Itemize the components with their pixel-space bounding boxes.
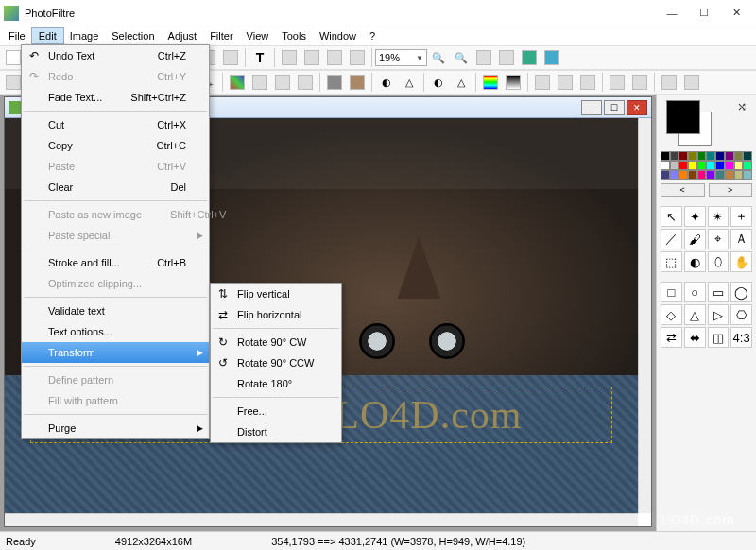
tool-crop-icon[interactable] [301, 47, 322, 68]
palette-color[interactable] [743, 161, 752, 170]
menu-item-clear[interactable]: ClearDel [22, 177, 209, 198]
filter-grid1-icon[interactable] [227, 72, 248, 93]
menu-item-copy[interactable]: CopyCtrl+C [22, 135, 209, 156]
filter-d-icon[interactable] [607, 72, 627, 93]
tool-button[interactable]: ✦ [684, 206, 706, 227]
menu-item-purge[interactable]: Purge▶ [22, 418, 209, 438]
explorer-icon[interactable] [541, 47, 562, 68]
tool-button[interactable]: △ [684, 304, 706, 325]
window-close-button[interactable]: ✕ [720, 3, 752, 24]
tool-button[interactable]: ▷ [708, 304, 730, 325]
tool-button[interactable]: ＋ [730, 206, 752, 227]
filter-c-icon[interactable] [577, 72, 598, 93]
palette-color[interactable] [734, 151, 744, 161]
tool-button[interactable]: ／ [661, 229, 682, 249]
palette-color[interactable] [706, 170, 715, 180]
palette-color[interactable] [697, 161, 707, 170]
doc-maximize-button[interactable]: ☐ [604, 100, 625, 115]
filter-a-icon[interactable] [532, 72, 553, 93]
tool-button[interactable]: ⬚ [661, 251, 682, 272]
menu-item-fade-text-[interactable]: Fade Text...Shift+Ctrl+Z [22, 87, 209, 108]
menu-item-stroke-and-fill-[interactable]: Stroke and fill...Ctrl+B [22, 252, 209, 273]
tool-button[interactable]: 🖌 [684, 229, 706, 249]
tool-button[interactable]: ○ [684, 282, 706, 302]
tool-paste-icon[interactable] [220, 47, 241, 68]
tool-resize-icon[interactable] [279, 47, 300, 68]
menu-item-flip-horizontal[interactable]: ⇄Flip horizontal [211, 304, 341, 325]
palette-color[interactable] [697, 151, 707, 161]
tool-button[interactable]: ⬌ [684, 327, 706, 348]
palette-color[interactable] [661, 161, 670, 170]
vertical-scrollbar[interactable] [638, 118, 651, 513]
filter-blur2-icon[interactable]: ◐ [428, 72, 449, 93]
zoom-fit-icon[interactable] [473, 47, 494, 68]
palette-color[interactable] [734, 170, 744, 180]
filter-color-icon[interactable] [480, 72, 501, 93]
palette-color[interactable] [679, 151, 688, 161]
filter-gray-icon[interactable] [324, 72, 345, 93]
filter-e-icon[interactable] [629, 72, 650, 93]
palette-color[interactable] [706, 161, 715, 170]
palette-color[interactable] [688, 170, 697, 180]
tool-automate-icon[interactable] [324, 47, 345, 68]
palette-next-button[interactable]: > [709, 183, 753, 197]
filter-sharp-icon[interactable]: △ [399, 72, 420, 93]
horizontal-scrollbar[interactable] [5, 513, 638, 526]
palette-color[interactable] [670, 170, 679, 180]
palette-color[interactable] [661, 151, 670, 161]
tool-button[interactable]: ✋ [730, 251, 752, 272]
palette-color[interactable] [734, 161, 744, 170]
tool-button[interactable]: ◯ [730, 282, 752, 302]
filter-g-icon[interactable] [681, 72, 702, 93]
tool-text-icon[interactable]: T [249, 47, 270, 68]
menu-adjust[interactable]: Adjust [162, 28, 204, 43]
palette-color[interactable] [688, 151, 697, 161]
menu-filter[interactable]: Filter [203, 28, 239, 43]
tool-button[interactable]: ◐ [684, 251, 706, 272]
palette-color[interactable] [715, 151, 725, 161]
color-swatch[interactable]: ⤭ [661, 98, 752, 146]
tool-button[interactable]: ⎔ [730, 304, 752, 325]
menu-tools[interactable]: Tools [275, 28, 313, 43]
tool-button[interactable]: ◇ [661, 304, 682, 325]
palette-color[interactable] [679, 161, 688, 170]
palette-color[interactable] [715, 170, 725, 180]
zoom-actual-icon[interactable] [496, 47, 517, 68]
zoom-combo[interactable]: 19%▼ [375, 49, 427, 66]
palette-color[interactable] [743, 151, 752, 161]
filter-grid2-icon[interactable] [249, 72, 270, 93]
filter-b-icon[interactable] [555, 72, 576, 93]
palette-color[interactable] [706, 151, 715, 161]
menu-item-distort[interactable]: Distort [211, 421, 341, 442]
filter-blur-icon[interactable]: ◐ [376, 72, 397, 93]
filter-f-icon[interactable] [659, 72, 679, 93]
filter-gradient-icon[interactable] [503, 72, 524, 93]
window-maximize-button[interactable]: ☐ [688, 3, 720, 24]
palette-color[interactable] [670, 161, 679, 170]
palette-color[interactable] [679, 170, 688, 180]
tool-button[interactable]: ▭ [708, 282, 730, 302]
menu-file[interactable]: File [2, 28, 32, 43]
doc-close-button[interactable]: ✕ [627, 100, 647, 115]
tool-button[interactable]: ↖ [661, 206, 682, 227]
palette-color[interactable] [725, 151, 734, 161]
palette-color[interactable] [661, 170, 670, 180]
tool-button[interactable]: ◫ [708, 327, 730, 348]
menu-image[interactable]: Image [63, 28, 106, 43]
menu-view[interactable]: View [240, 28, 276, 43]
menu-edit[interactable]: Edit [32, 28, 63, 43]
palette-prev-button[interactable]: < [661, 183, 705, 197]
palette-color[interactable] [670, 151, 679, 161]
palette-color[interactable] [743, 170, 752, 180]
tool-button[interactable]: □ [661, 282, 682, 302]
filter-sepia-icon[interactable] [347, 72, 368, 93]
menu-item-validate-text[interactable]: Validate text [22, 301, 209, 321]
tool-button[interactable]: ✴ [708, 206, 730, 227]
menu-help[interactable]: ? [363, 28, 382, 43]
menu-item-flip-vertical[interactable]: ⇅Flip vertical [211, 284, 341, 304]
tool-prefs-icon[interactable] [347, 47, 368, 68]
tool-button[interactable]: ⬯ [708, 251, 730, 272]
filter-sharp2-icon[interactable]: △ [451, 72, 472, 93]
filter-grid4-icon[interactable] [295, 72, 316, 93]
filter-grid3-icon[interactable] [272, 72, 293, 93]
